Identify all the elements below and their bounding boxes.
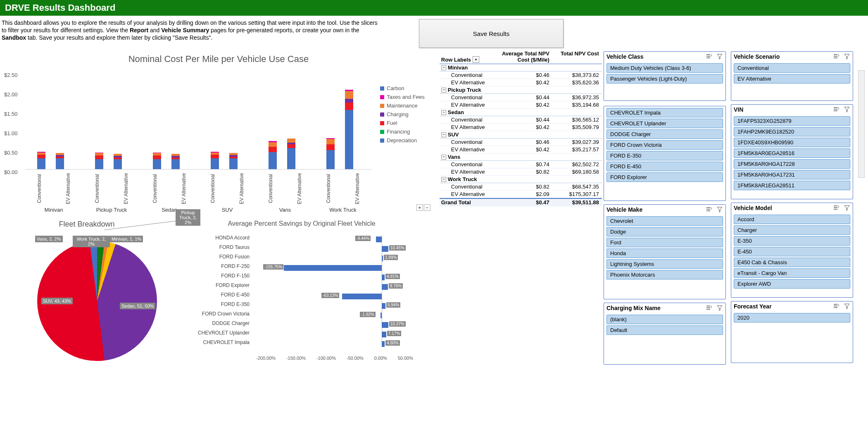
slicer-item[interactable]: Accord [734,215,850,224]
slicer-item[interactable]: Honda [606,248,723,258]
chart-collapse-button[interactable]: − [424,204,430,211]
slicer-item[interactable]: 1FM5K8AR0HGA17231 [734,170,850,179]
pivot-collapse-icon[interactable]: − [441,65,446,70]
clear-filter-icon[interactable] [844,303,850,310]
slicer-item[interactable]: 1FM5K8AR0EGA28516 [734,148,850,158]
multiselect-icon[interactable] [706,305,712,311]
slicer-vehicle_class[interactable]: Vehicle ClassMedium Duty Vehicles (Class… [604,51,726,101]
pivot-row[interactable]: Conventional$0.46$39,027.39 [440,139,602,146]
pivot-table[interactable]: Row Labels ▼ Average Total NPV Cost ($/M… [440,50,602,206]
pivot-filter-dropdown[interactable]: ▼ [473,56,479,63]
pivot-row[interactable]: Conventional$0.44$36,565.12 [440,116,602,124]
slicer-forecast_year[interactable]: Forecast Year2020 [731,301,853,363]
slicer-vin[interactable]: VIN1FAFP5323XG2528791FAHP2MK9EG1825201FD… [731,104,853,199]
pivot-row[interactable]: EV Alternative$0.42$35,509.79 [440,124,602,131]
barh-value: -9.44% [355,236,371,241]
barh-bar [342,294,382,299]
slicer-item[interactable]: CHEVROLET Uplander [606,119,723,128]
slicer-item[interactable]: CHEVROLET Impala [606,108,723,117]
slicer-item[interactable]: Charger [734,225,850,235]
slicer-item[interactable]: 1FAHP2MK9EG182520 [734,127,850,136]
slicer-item[interactable]: 1FM5K8AR1EGA28511 [734,181,850,190]
chart-percent-savings[interactable]: Average Percent Savings by Original Flee… [174,216,430,361]
clear-filter-icon[interactable] [716,53,723,60]
slicer-name_col[interactable]: CHEVROLET ImpalaCHEVROLET UplanderDODGE … [604,106,726,201]
pivot-row[interactable]: EV Alternative$0.42$35,217.57 [440,146,602,153]
slicer-item[interactable]: 1FM5K8AR0HGA17228 [734,159,850,169]
slicer-item[interactable]: Explorer AWD [734,279,850,289]
barh-value: 1.99% [384,255,398,260]
slicer-item[interactable]: Phoenix Motorcars [606,270,723,280]
pivot-group-Pickup Truck[interactable]: −Pickup Truck [440,86,602,94]
slicer-item[interactable]: FORD Crown Victoria [606,140,723,150]
clear-filter-icon[interactable] [716,305,723,311]
pivot-row[interactable]: EV Alternative$0.42$35,620.36 [440,79,602,86]
slicer-item[interactable]: (blank) [606,315,723,324]
slicer-title: VIN [734,106,743,113]
slicer-vehicle_scenario[interactable]: Vehicle ScenarioConventionalEV Alternati… [731,51,853,101]
slicer-item[interactable]: EV Alternative [734,74,850,84]
slicer-item[interactable]: 2020 [734,313,850,323]
multiselect-icon[interactable] [706,53,712,60]
slicer-vehicle_make[interactable]: Vehicle MakeChevroletDodgeFordHondaLight… [604,204,726,299]
slicer-item[interactable]: E-450 [734,247,850,256]
slicer-vehicle_model[interactable]: Vehicle ModelAccordChargerE-350E-450E450… [731,203,853,298]
slicer-item[interactable]: 1FDXE40S9XHB09590 [734,138,850,147]
save-results-button[interactable]: Save Results [419,19,564,48]
pivot-collapse-icon[interactable]: − [441,132,446,137]
pivot-collapse-icon[interactable]: − [441,88,446,93]
slicer-item[interactable]: Ford [606,238,723,247]
slicer-item[interactable]: DODGE Charger [606,129,723,139]
slicer-item[interactable]: eTransit - Cargo Van [734,268,850,278]
pivot-group-Vans[interactable]: −Vans [440,153,602,161]
slicer-item[interactable]: Default [606,325,723,335]
slicer-item[interactable]: E450 Cab & Chassis [734,258,850,267]
pivot-collapse-icon[interactable]: − [441,177,446,182]
slicer-item[interactable]: Passenger Vehicles (Light-Duty) [606,74,723,84]
clear-filter-icon[interactable] [844,205,850,211]
pivot-collapse-icon[interactable]: − [441,155,446,160]
page-title: DRVE Results Dashboard [0,0,868,16]
pivot-row[interactable]: EV Alternative$0.42$35,194.68 [440,101,602,109]
barh-bar [382,341,385,347]
pivot-row[interactable]: Conventional$0.46$38,373.62 [440,72,602,79]
pivot-row[interactable]: EV Alternative$2.09$175,307.17 [440,191,602,198]
slicer-item[interactable]: FORD E-450 [606,162,723,171]
slicer-item[interactable]: Medium Duty Vehicles (Class 3-6) [606,63,723,73]
multiselect-icon[interactable] [833,303,839,310]
pivot-row[interactable]: Conventional$0.44$36,972.35 [440,94,602,101]
slicer-charging_mix[interactable]: Charging Mix Name(blank)Default [604,303,726,365]
slicer-item[interactable]: Chevrolet [606,216,723,226]
slicer-item[interactable]: 1FAFP5323XG252879 [734,116,850,126]
chart-fleet-breakdown[interactable]: Fleet Breakdown Sedan, 51, 50% SUV, 43, … [0,216,174,361]
multiselect-icon[interactable] [833,53,839,60]
slicer-scrollbar[interactable] [858,70,865,178]
pivot-row[interactable]: Conventional$0.74$62,502.72 [440,161,602,168]
slicer-item[interactable]: Dodge [606,227,723,237]
chart-cost-per-mile[interactable]: Nominal Cost Per Mile per Vehicle Use Ca… [0,54,437,211]
multiselect-icon[interactable] [833,205,839,211]
clear-filter-icon[interactable] [844,53,850,60]
bar-Pickup Truck-Conventional [95,153,103,169]
clear-filter-icon[interactable] [716,206,723,213]
clear-filter-icon[interactable] [844,106,850,113]
chart-expand-button[interactable]: + [416,204,423,211]
barh-label: FORD Explorer [174,282,253,288]
multiselect-icon[interactable] [833,106,839,113]
pivot-group-Sedan[interactable]: −Sedan [440,109,602,116]
slicer-item[interactable]: FORD E-350 [606,151,723,160]
slicer-item[interactable]: FORD Explorer [606,172,723,182]
slicer-item[interactable]: Lightning Systems [606,259,723,269]
multiselect-icon[interactable] [706,206,712,213]
pivot-row[interactable]: Conventional$0.82$68,547.35 [440,183,602,191]
pivot-group-Minivan[interactable]: −Minivan [440,64,602,72]
slicer-item[interactable]: Conventional [734,63,850,73]
pivot-group-Work Truck[interactable]: −Work Truck [440,176,602,183]
pivot-group-SUV[interactable]: −SUV [440,131,602,139]
slicer-title: Forecast Year [734,303,772,310]
pivot-collapse-icon[interactable]: − [441,110,446,115]
barh-label: HONDA Accord [174,235,253,241]
pivot-row[interactable]: EV Alternative$0.82$69,180.58 [440,168,602,176]
slicer-item[interactable]: E-350 [734,236,850,246]
barh-label: FORD E-450 [174,292,253,298]
